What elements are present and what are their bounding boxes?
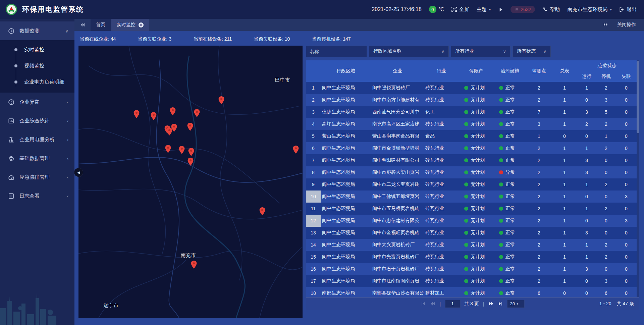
name-search-input[interactable] xyxy=(306,46,367,57)
table-row[interactable]: 3仪陇生态环境局西南油气田分公司川中化工无计划正常71350 xyxy=(306,106,637,118)
table-row[interactable]: 10阆中生态环境局阆中千佛镇五郎垭页岩砖瓦行业无计划正常21003 xyxy=(306,191,637,203)
sidebar-subitem-2[interactable]: 视频监控 xyxy=(0,58,74,74)
map-pin[interactable] xyxy=(133,110,140,118)
table-row[interactable]: 16阆中生态环境局阆中市石子页岩机砖厂砖瓦行业无计划正常21300 xyxy=(306,263,637,275)
status-dot-icon xyxy=(499,279,503,283)
facility-status-text: 正常 xyxy=(505,109,515,115)
log-icon xyxy=(8,193,14,199)
theme-dropdown[interactable]: 主题 ▾ xyxy=(477,6,491,13)
sidebar-group-4[interactable]: 企业用电量分析‹ xyxy=(0,130,74,149)
facility-status-text: 正常 xyxy=(505,278,515,284)
cell-stop: 2 xyxy=(596,142,616,154)
tabs-scroll-left-button[interactable] xyxy=(74,19,91,31)
theme-label: 主题 xyxy=(477,6,487,13)
table-row[interactable]: 17阆中生态环境局阆中市江南镇阆南页岩砖瓦行业无计划正常21030 xyxy=(306,275,637,287)
table-row[interactable]: 2阆中生态环境局阆中市南方节能建材有砖瓦行业无计划正常21030 xyxy=(306,94,637,106)
sidebar-menu: 数据监测∨实时监控视频监控企业电力负荷明细企业异常‹企业综合统计‹企业用电量分析… xyxy=(0,19,74,205)
layers-icon xyxy=(8,155,14,162)
map-pin[interactable] xyxy=(259,207,265,215)
table-row[interactable]: 9阆中生态环境局阆中市二龙长宝页岩砖砖瓦行业无计划正常21120 xyxy=(306,178,637,191)
last-page-icon xyxy=(498,301,503,306)
table-row[interactable]: 6阆中生态环境局阆中市金博瑞新型墙材砖瓦行业无计划正常21120 xyxy=(306,142,637,154)
map-pin[interactable] xyxy=(194,109,200,117)
tab-close-icon[interactable]: ✕ xyxy=(139,22,144,28)
table-row[interactable]: 14阆中生态环境局阆中大兴页岩机砖厂砖瓦行业无计划正常21120 xyxy=(306,239,637,251)
sidebar-group-label: 企业异常 xyxy=(19,99,67,105)
tab-realtime-monitor[interactable]: 实时监控 ✕ xyxy=(111,19,149,31)
org-dropdown[interactable]: 南充市生态环境局 ▾ xyxy=(567,6,612,13)
map-pin[interactable] xyxy=(218,96,224,104)
prev-page-button[interactable] xyxy=(430,301,436,306)
table-row[interactable]: 18南部生态环境局南部县砚华山沙石有限公建材加工无计划正常60060 xyxy=(306,287,637,297)
table-row[interactable]: 12阆中生态环境局阆中市忠信建材有限公砖瓦行业无计划正常21003 xyxy=(306,215,637,227)
close-operations-button[interactable]: 关闭操作 xyxy=(617,22,636,28)
status-select[interactable]: 所有状态 ∨ xyxy=(513,46,551,57)
table-row[interactable]: 8阆中生态环境局阆中市枣碧大梁山页岩砖瓦行业无计划异常21300 xyxy=(306,166,637,178)
cell-offline: 0 xyxy=(616,275,637,287)
notification-badge[interactable]: 2632 xyxy=(511,6,535,13)
table-row[interactable]: 13阆中生态环境局阆中市金福旺页岩机砖砖瓦行业无计划正常21300 xyxy=(306,227,637,239)
tab-home[interactable]: 首页 xyxy=(91,19,111,31)
scrollbar-thumb[interactable] xyxy=(637,61,639,133)
col-header-limit: 停限产 xyxy=(459,60,494,82)
sidebar-subitem-3[interactable]: 企业电力负荷明细 xyxy=(0,74,74,90)
table-row[interactable]: 7阆中生态环境局阆中明阳建材有限公司砖瓦行业无计划正常21300 xyxy=(306,154,637,166)
tabs-scroll-right-button[interactable] xyxy=(603,22,608,28)
total-pages-label: 共 3 页 xyxy=(464,301,479,307)
exit-button[interactable]: 退出 xyxy=(619,6,637,13)
table-row[interactable]: 15阆中生态环境局阆中市光富页岩机砖厂砖瓦行业无计划正常21120 xyxy=(306,251,637,263)
mute-button[interactable] xyxy=(498,7,503,12)
fullscreen-button[interactable]: 全屏 xyxy=(451,6,469,13)
map-pin[interactable] xyxy=(187,158,194,166)
bullet-dot-icon xyxy=(14,48,17,51)
map-pin[interactable] xyxy=(166,127,172,136)
facility-status-text: 正常 xyxy=(505,242,515,248)
page-input[interactable] xyxy=(445,300,460,308)
map-pin[interactable] xyxy=(151,112,157,120)
status-dot-icon xyxy=(499,98,503,102)
first-page-button[interactable] xyxy=(421,301,426,306)
cell-monitor: 2 xyxy=(526,251,552,263)
map-pin[interactable] xyxy=(187,123,193,131)
map-panel[interactable]: 巴中市南充市遂宁市 ◀ xyxy=(78,46,303,318)
temperature-unit: ℃ xyxy=(438,6,444,12)
chevron-down-icon: ▾ xyxy=(517,302,519,306)
sidebar-group-3[interactable]: 企业综合统计‹ xyxy=(0,111,74,130)
status-dot-icon xyxy=(464,231,468,235)
map-pin[interactable] xyxy=(165,145,171,153)
industry-select[interactable]: 所有行业 ∨ xyxy=(451,46,511,57)
table-row[interactable]: 4高坪生态环境局南充市高坪区王家店建砖瓦行业无计划正常31220 xyxy=(306,118,637,130)
map-pin[interactable] xyxy=(170,107,176,115)
region-select[interactable]: 行政区域名称 ∨ xyxy=(369,46,449,57)
status-dot-icon xyxy=(499,146,503,150)
cell-run: 0 xyxy=(577,275,596,287)
facility-status-text: 正常 xyxy=(505,290,515,296)
cell-monitor: 2 xyxy=(526,142,552,154)
last-page-button[interactable] xyxy=(498,301,503,306)
map-city-label: 遂宁市 xyxy=(103,303,118,309)
table-row[interactable]: 1阆中生态环境局阆中强锐页岩砖厂砖瓦行业无计划正常21120 xyxy=(306,82,637,94)
map-pin[interactable] xyxy=(191,261,197,269)
cell-district: 阆中生态环境局 xyxy=(321,203,371,215)
next-page-button[interactable] xyxy=(488,301,494,306)
status-dot-icon xyxy=(464,98,468,102)
limit-status-text: 无计划 xyxy=(471,121,485,127)
table-scrollbar[interactable] xyxy=(637,60,639,297)
map-pin[interactable] xyxy=(188,148,194,156)
page-size-select[interactable]: 20 ▾ xyxy=(507,300,524,308)
row-number: 18 xyxy=(306,287,321,297)
help-button[interactable]: 帮助 xyxy=(542,6,560,13)
sidebar-group-7[interactable]: 日志查看‹ xyxy=(0,186,74,205)
map-pin[interactable] xyxy=(179,146,185,154)
sidebar-group-1[interactable]: 数据监测∨ xyxy=(0,21,74,40)
map-pin[interactable] xyxy=(293,146,299,154)
cell-run: 1 xyxy=(577,203,596,215)
cell-limit-status: 无计划 xyxy=(459,178,494,191)
status-dot-icon xyxy=(464,146,468,150)
sidebar-group-5[interactable]: 基础数据管理‹ xyxy=(0,149,74,168)
sidebar-group-6[interactable]: 应急减排管理‹ xyxy=(0,168,74,186)
table-row[interactable]: 11阆中生态环境局阆中市五马桥页岩机砖砖瓦行业无计划正常21120 xyxy=(306,203,637,215)
table-row[interactable]: 5营山生态环境局营山县润丰肉食品有限食品无计划正常10010 xyxy=(306,130,637,142)
sidebar-group-2[interactable]: 企业异常‹ xyxy=(0,93,74,111)
sidebar-subitem-1[interactable]: 实时监控 xyxy=(0,42,74,58)
